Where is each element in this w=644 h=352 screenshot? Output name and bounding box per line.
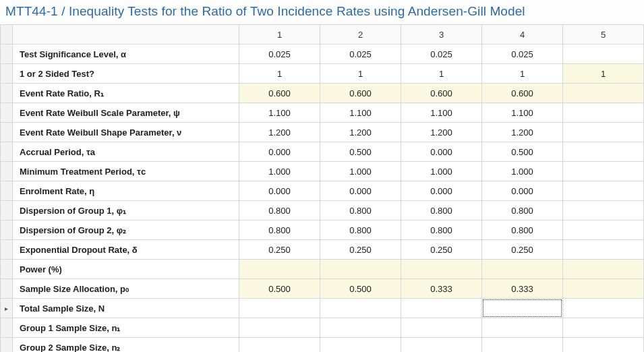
grid-cell[interactable]: 0.800: [401, 201, 482, 221]
col-header[interactable]: 1: [239, 25, 320, 45]
grid-cell[interactable]: [563, 338, 644, 353]
grid-cell[interactable]: 0.333: [482, 279, 563, 299]
row-gutter[interactable]: [1, 103, 13, 123]
grid-cell[interactable]: 0.250: [482, 240, 563, 260]
grid-cell[interactable]: 0.000: [401, 181, 482, 201]
grid-cell[interactable]: 1.200: [401, 123, 482, 142]
grid-cell[interactable]: 0.250: [401, 240, 482, 260]
grid-cell[interactable]: [482, 260, 563, 279]
row-gutter[interactable]: [1, 64, 13, 84]
grid-cell[interactable]: 0.000: [320, 181, 401, 201]
grid-cell[interactable]: [239, 299, 320, 318]
grid-cell[interactable]: 0.333: [401, 279, 482, 299]
grid-cell[interactable]: 1: [563, 64, 644, 84]
grid-cell[interactable]: 0.000: [482, 181, 563, 201]
grid-cell[interactable]: 1.000: [239, 162, 320, 181]
grid-cell[interactable]: 0.800: [482, 221, 563, 240]
grid-cell[interactable]: 0.600: [239, 84, 320, 103]
grid-cell[interactable]: 0.800: [482, 201, 563, 221]
row-gutter[interactable]: [1, 201, 13, 221]
grid-cell[interactable]: 0.250: [320, 240, 401, 260]
grid-cell[interactable]: 1.100: [482, 103, 563, 123]
grid-cell[interactable]: [482, 318, 563, 338]
grid-cell[interactable]: 0.600: [482, 84, 563, 103]
grid-cell[interactable]: 1.000: [320, 162, 401, 181]
grid-cell[interactable]: [563, 201, 644, 221]
grid-cell[interactable]: 1.000: [401, 162, 482, 181]
grid-cell[interactable]: 0.025: [401, 45, 482, 64]
grid-cell[interactable]: 0.025: [239, 45, 320, 64]
grid-cell[interactable]: [563, 162, 644, 181]
grid-cell[interactable]: [401, 299, 482, 318]
grid-cell[interactable]: 0.250: [239, 240, 320, 260]
col-header[interactable]: 4: [482, 25, 563, 45]
row-gutter[interactable]: [1, 279, 13, 299]
grid-cell[interactable]: 1.200: [482, 123, 563, 142]
grid-cell[interactable]: 0.800: [320, 221, 401, 240]
grid-cell[interactable]: [563, 318, 644, 338]
row-gutter[interactable]: [1, 123, 13, 142]
grid-cell[interactable]: 0.025: [482, 45, 563, 64]
row-gutter[interactable]: [1, 142, 13, 162]
grid-cell[interactable]: [239, 338, 320, 353]
grid-cell[interactable]: [563, 260, 644, 279]
parameter-grid[interactable]: 1 2 3 4 5 Test Significance Level, α0.02…: [0, 24, 644, 352]
grid-cell[interactable]: [563, 142, 644, 162]
grid-cell[interactable]: 0.800: [320, 201, 401, 221]
grid-cell[interactable]: 1.200: [320, 123, 401, 142]
grid-cell[interactable]: 0.500: [320, 279, 401, 299]
grid-cell[interactable]: [563, 84, 644, 103]
grid-cell[interactable]: [482, 299, 563, 318]
grid-cell[interactable]: 0.025: [320, 45, 401, 64]
grid-cell[interactable]: [239, 260, 320, 279]
col-header[interactable]: 5: [563, 25, 644, 45]
grid-cell[interactable]: [563, 240, 644, 260]
row-gutter[interactable]: [1, 221, 13, 240]
grid-cell[interactable]: 1.100: [239, 103, 320, 123]
row-gutter[interactable]: [1, 162, 13, 181]
grid-cell[interactable]: 0.000: [239, 181, 320, 201]
row-gutter[interactable]: [1, 240, 13, 260]
grid-cell[interactable]: 1: [401, 64, 482, 84]
grid-cell[interactable]: [563, 299, 644, 318]
grid-cell[interactable]: 0.600: [320, 84, 401, 103]
grid-cell[interactable]: 0.500: [482, 142, 563, 162]
grid-cell[interactable]: 0.800: [239, 201, 320, 221]
grid-cell[interactable]: 0.600: [401, 84, 482, 103]
grid-cell[interactable]: 1: [320, 64, 401, 84]
grid-cell[interactable]: [482, 338, 563, 353]
grid-cell[interactable]: 0.500: [239, 279, 320, 299]
grid-cell[interactable]: [401, 318, 482, 338]
grid-cell[interactable]: 0.000: [239, 142, 320, 162]
grid-cell[interactable]: 1.100: [401, 103, 482, 123]
grid-cell[interactable]: 1.200: [239, 123, 320, 142]
row-gutter[interactable]: [1, 260, 13, 279]
row-gutter[interactable]: [1, 84, 13, 103]
grid-cell[interactable]: [320, 299, 401, 318]
grid-cell[interactable]: 1.100: [320, 103, 401, 123]
grid-cell[interactable]: 1: [239, 64, 320, 84]
col-header[interactable]: 2: [320, 25, 401, 45]
grid-cell[interactable]: 1.000: [482, 162, 563, 181]
grid-cell[interactable]: [401, 260, 482, 279]
grid-cell[interactable]: [563, 279, 644, 299]
row-gutter[interactable]: [1, 45, 13, 64]
grid-cell[interactable]: 0.800: [401, 221, 482, 240]
grid-cell[interactable]: [563, 123, 644, 142]
row-gutter[interactable]: [1, 338, 13, 353]
grid-cell[interactable]: [563, 103, 644, 123]
grid-cell[interactable]: [401, 338, 482, 353]
grid-cell[interactable]: 1: [482, 64, 563, 84]
grid-cell[interactable]: 0.000: [401, 142, 482, 162]
row-gutter[interactable]: [1, 181, 13, 201]
row-gutter[interactable]: ▸: [1, 299, 13, 318]
grid-cell[interactable]: [320, 318, 401, 338]
col-header[interactable]: 3: [401, 25, 482, 45]
row-gutter[interactable]: [1, 318, 13, 338]
grid-cell[interactable]: [563, 221, 644, 240]
grid-cell[interactable]: 0.500: [320, 142, 401, 162]
grid-cell[interactable]: 0.800: [239, 221, 320, 240]
grid-cell[interactable]: [563, 45, 644, 64]
grid-cell[interactable]: [320, 260, 401, 279]
grid-cell[interactable]: [320, 338, 401, 353]
